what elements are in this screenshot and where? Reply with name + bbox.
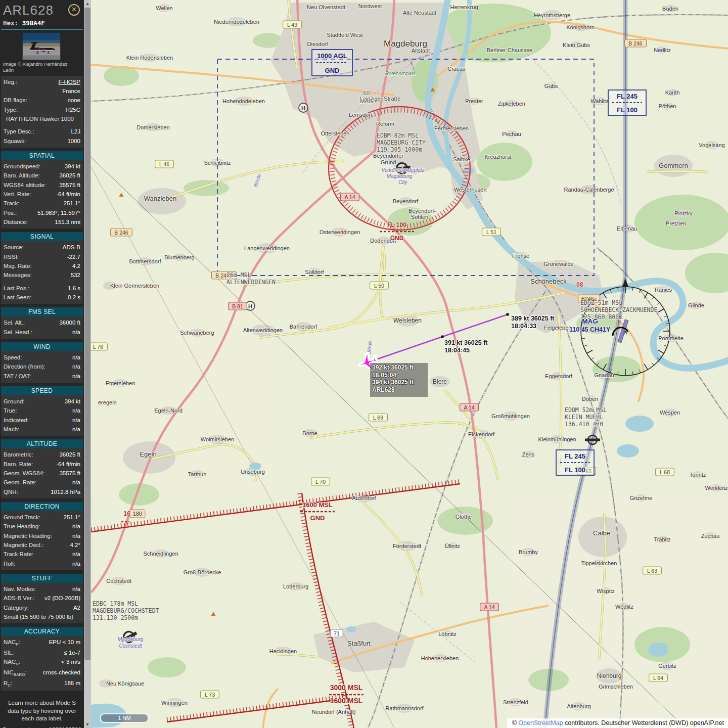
data-label: Sel. Alt.: — [4, 318, 25, 327]
map-place-label: Grizehne — [630, 495, 653, 501]
map-place-label: Rathmannsdorf — [385, 705, 424, 711]
osm-link[interactable]: OpenStreetMap — [518, 719, 563, 726]
map-place-label: Magdeburg — [118, 636, 144, 642]
data-value: 251.1° — [64, 513, 80, 521]
data-value: -22.7 — [67, 253, 80, 261]
data-label: Barometric: — [4, 450, 33, 459]
map-place-label: Grimschleben — [599, 684, 633, 690]
data-value: n/a — [72, 532, 80, 540]
data-row: Ground:394 kt — [1, 397, 83, 406]
scroll-down-icon[interactable]: ▼ — [84, 721, 91, 728]
data-row: NICBARO:cross-checked — [1, 668, 83, 678]
map-place-label: Pretzien — [666, 220, 686, 226]
red16-number: 16 — [123, 510, 130, 517]
map-canvas[interactable]: ✈ H — [91, 0, 728, 728]
data-row: Nav. Modes:n/a — [1, 584, 83, 594]
scroll-up-icon[interactable]: ▲ — [84, 0, 91, 7]
road-badge-label: A 14 — [344, 194, 355, 200]
map-place-label: Gerbitz — [658, 663, 676, 669]
red16-box-label: 180 — [133, 511, 142, 517]
airport-info-label: 119.305 1000m — [377, 146, 422, 153]
map-place-label: Egeln-Nord — [154, 407, 183, 414]
map-place-label: Zipkeleben — [498, 101, 525, 107]
map-place-label: Langenweddingen — [244, 245, 290, 251]
map-place-label: Vogelsang — [699, 142, 724, 148]
data-label: RC: — [4, 679, 12, 689]
navaid-name-label: MAG — [582, 317, 598, 325]
aircraft-info-panel: ARL628 ✕ Hex: 39BA4F — [0, 0, 84, 728]
header-divider — [1, 29, 83, 30]
close-icon[interactable]: ✕ — [68, 4, 80, 16]
map-place-label: Herrenkrug — [450, 4, 478, 10]
data-row: Speed:n/a — [1, 353, 83, 362]
map-place-label: Hohendodeleben — [222, 98, 265, 104]
data-label: Last Seen: — [4, 293, 31, 301]
map-place-label: Pechau — [502, 131, 521, 137]
sidebar-scrollbar[interactable]: ▲ ▼ — [84, 0, 91, 728]
data-value: 4.2 — [72, 262, 80, 270]
map-place-label: Etgersleben — [106, 380, 135, 386]
map-place-label: Osterweddingen — [320, 229, 360, 235]
trail-label: 18:04:45 — [444, 347, 470, 354]
data-row: Msg. Rate:4.2 — [1, 261, 83, 270]
section-title-speed: SPEED — [1, 386, 83, 395]
map-place-label: Sülldorf — [305, 269, 324, 275]
data-row: Last Seen:0.2 s — [1, 293, 83, 302]
data-label: Mach: — [4, 425, 19, 433]
map-place-label: Elbenau — [617, 225, 637, 232]
map-place-label: Lemsdorf — [349, 112, 373, 118]
data-label: Type: — [4, 106, 18, 114]
data-row: Magnetic Decl.:4.2° — [1, 540, 83, 550]
map-place-label: Tornitz — [690, 472, 706, 478]
airport-info-label: EDBM 82m MSL — [377, 132, 419, 139]
data-value: 36000 ft — [59, 318, 80, 327]
map-place-label: Nordwest — [358, 3, 382, 9]
map-place-label: Diesdorf — [307, 41, 329, 47]
data-row: Geom. WGS84:35575 ft — [1, 469, 83, 478]
trail-label: 18:04:33 — [511, 323, 536, 330]
data-value: 0.2 s — [68, 293, 80, 301]
map-place-label: Zuchau — [701, 533, 720, 539]
scrollbar-thumb[interactable] — [84, 8, 90, 660]
map-place-label: Rotehornpark — [385, 71, 417, 76]
data-value: A2 — [73, 604, 80, 612]
map-place-label: Domersleben — [136, 124, 169, 130]
map-place-label: Felgeleben — [544, 325, 571, 331]
data-label: Direction (from): — [4, 362, 45, 371]
trail-point — [506, 313, 509, 316]
map-place-label: Winningen — [161, 700, 188, 706]
trail-label: 18:05:04 — [372, 372, 396, 379]
data-label: Baro. Altitude: — [4, 171, 40, 179]
map-place-label: Neu Königsaue — [106, 680, 144, 687]
map-place-label: eregeln — [98, 399, 117, 405]
map-place-label: Beyendorfer — [373, 153, 403, 159]
map-place-label: Tarthun — [188, 471, 207, 477]
airport-info-label: SCHOENEBECK-ZACKMUENDE — [580, 306, 657, 313]
aircraft-photo[interactable] — [3, 33, 80, 60]
panel-header: ARL628 ✕ Hex: 39BA4F — [0, 0, 84, 28]
map-place-label: Hecklingen — [269, 648, 297, 654]
map-place-label: Strenzfeld — [503, 699, 528, 705]
data-value: 1.6 s — [68, 284, 80, 292]
road-badge-label: A 14 — [464, 404, 474, 411]
map-place-label: Groß Börnecke — [184, 569, 221, 575]
data-value: EPU < 10 m — [49, 638, 80, 648]
map-container[interactable]: ✈ H — [91, 0, 728, 728]
section-title-accuracy: ACCURACY — [1, 627, 83, 636]
runway-number-label: 08 — [576, 281, 583, 288]
section-rows: Nav. Modes:n/aADS-B Ver.:v2 (DO-260B)Cat… — [1, 583, 83, 623]
map-place-label: Gübs — [544, 83, 558, 89]
data-row: Sel. Head.:n/a — [1, 328, 83, 337]
data-value: 1000 — [67, 137, 80, 145]
map-place-label: Egeln — [140, 450, 156, 458]
map-place-label: Buden — [662, 6, 678, 12]
data-value: n/a — [72, 585, 80, 593]
photo-credit: Image © Alejandro HernándezLeón — [0, 60, 84, 76]
registration-link[interactable]: F-HOSP — [59, 78, 80, 86]
data-row: Baro. Rate:-64 ft/min — [1, 460, 83, 469]
data-label: Pos.: — [4, 209, 17, 217]
map-place-label: Fermersleben — [434, 125, 469, 131]
section-rows: Barometric:36025 ftBaro. Rate:-64 ft/min… — [1, 448, 83, 498]
data-label: Vert. Rate: — [4, 190, 31, 198]
data-label: Groundspeed: — [4, 162, 40, 170]
